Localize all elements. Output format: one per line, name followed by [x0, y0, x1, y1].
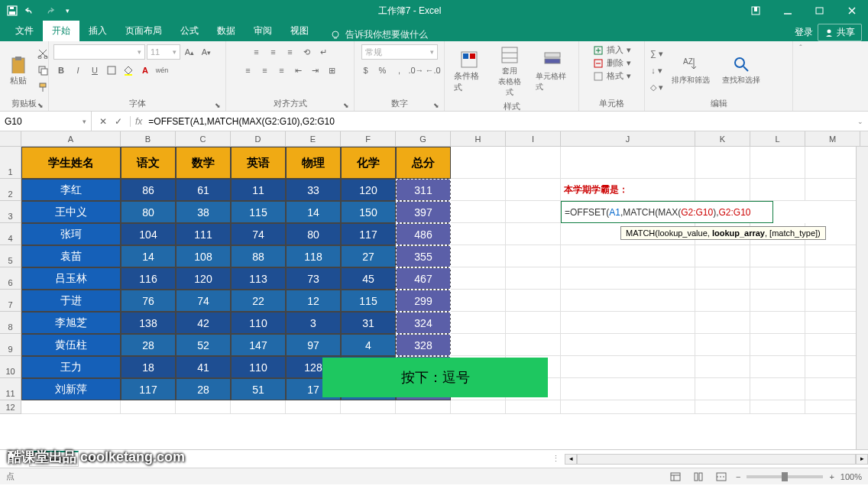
cell[interactable]: [506, 290, 561, 312]
cell[interactable]: 3: [286, 312, 341, 334]
cell[interactable]: 74: [231, 223, 286, 245]
cell-styles-button[interactable]: 单元格样式: [531, 50, 574, 94]
cell[interactable]: 12: [286, 290, 341, 312]
cell[interactable]: [805, 378, 860, 400]
col-header[interactable]: B: [121, 131, 176, 146]
cell[interactable]: 学生姓名: [21, 147, 121, 179]
cell[interactable]: [561, 356, 695, 378]
cell[interactable]: [121, 400, 176, 414]
collapse-ribbon-icon[interactable]: ˆ: [799, 44, 802, 53]
cell[interactable]: [750, 245, 805, 267]
name-box[interactable]: ▾: [0, 112, 92, 131]
row-header[interactable]: 6: [0, 267, 21, 290]
cell[interactable]: [21, 400, 121, 414]
cell[interactable]: [750, 267, 805, 290]
cell[interactable]: [561, 378, 695, 400]
cell[interactable]: [805, 267, 860, 290]
cell[interactable]: [805, 179, 860, 201]
cell[interactable]: 14: [286, 201, 341, 223]
cell[interactable]: [506, 179, 561, 201]
cell[interactable]: 52: [176, 334, 231, 356]
align-bot-icon[interactable]: ≡: [283, 44, 298, 60]
login-link[interactable]: 登录: [795, 26, 813, 39]
save-icon[interactable]: [6, 5, 18, 17]
cell[interactable]: 88: [231, 245, 286, 267]
cell[interactable]: [750, 290, 805, 312]
cell[interactable]: [451, 201, 506, 223]
cell[interactable]: [561, 400, 695, 414]
cell[interactable]: [506, 245, 561, 267]
zoom-out-button[interactable]: −: [736, 472, 740, 481]
cell[interactable]: [506, 147, 561, 179]
cell[interactable]: 28: [176, 378, 231, 400]
row-header[interactable]: 9: [0, 334, 21, 356]
cancel-formula-icon[interactable]: ✕: [99, 116, 107, 127]
cell[interactable]: 311: [396, 179, 451, 201]
cell[interactable]: 42: [176, 312, 231, 334]
format-cells-button[interactable]: 格式 ▾: [593, 70, 631, 82]
wrap-text-icon[interactable]: ↵: [316, 44, 332, 60]
italic-button[interactable]: I: [70, 63, 86, 78]
cell[interactable]: [561, 312, 695, 334]
cell[interactable]: [561, 267, 695, 290]
cell[interactable]: [451, 147, 506, 179]
cell[interactable]: 51: [231, 378, 286, 400]
cell[interactable]: 物理: [286, 147, 341, 179]
cell[interactable]: 4: [341, 334, 396, 356]
cell[interactable]: [750, 400, 805, 414]
cell[interactable]: 117: [121, 378, 176, 400]
indent-inc-icon[interactable]: ⇥: [308, 63, 323, 78]
col-header[interactable]: F: [341, 131, 396, 146]
row-header[interactable]: 2: [0, 179, 21, 201]
percent-icon[interactable]: %: [375, 63, 390, 78]
tab-home[interactable]: 开始: [43, 21, 79, 41]
tell-me[interactable]: 告诉我你想要做什么: [330, 28, 428, 41]
clipboard-launcher[interactable]: ⬊: [37, 102, 44, 109]
cell[interactable]: [561, 334, 695, 356]
cell[interactable]: 语文: [121, 147, 176, 179]
cell[interactable]: [451, 312, 506, 334]
cell[interactable]: 324: [396, 312, 451, 334]
cell[interactable]: 397: [396, 201, 451, 223]
tab-layout[interactable]: 页面布局: [116, 21, 171, 41]
cell[interactable]: 467: [396, 267, 451, 290]
align-launcher[interactable]: ⬊: [343, 102, 349, 109]
currency-icon[interactable]: $: [358, 63, 374, 78]
col-header[interactable]: M: [805, 131, 860, 146]
qat-more-icon[interactable]: ▾: [61, 5, 73, 17]
cell[interactable]: [750, 334, 805, 356]
cell[interactable]: 38: [176, 201, 231, 223]
cell[interactable]: [451, 400, 506, 414]
cell[interactable]: [695, 290, 750, 312]
tab-file[interactable]: 文件: [6, 21, 43, 41]
cell[interactable]: [506, 334, 561, 356]
normal-view-icon[interactable]: [667, 471, 684, 483]
col-header[interactable]: I: [506, 131, 561, 146]
cell[interactable]: 18: [121, 356, 176, 378]
cell[interactable]: [750, 147, 805, 179]
cell[interactable]: 英语: [231, 147, 286, 179]
cell[interactable]: [750, 312, 805, 334]
cell[interactable]: [396, 400, 451, 414]
cell[interactable]: [506, 201, 561, 223]
find-select-button[interactable]: 查找和选择: [717, 53, 765, 87]
cell[interactable]: 113: [231, 267, 286, 290]
row-header[interactable]: 4: [0, 223, 21, 245]
cell[interactable]: 数学: [176, 147, 231, 179]
cell[interactable]: 45: [341, 267, 396, 290]
sort-filter-button[interactable]: AZ排序和筛选: [667, 53, 714, 87]
cell[interactable]: 74: [176, 290, 231, 312]
cell[interactable]: 61: [176, 179, 231, 201]
redo-icon[interactable]: [43, 5, 55, 17]
cell[interactable]: 118: [286, 245, 341, 267]
align-right-icon[interactable]: ≡: [274, 63, 290, 78]
vertical-scrollbar[interactable]: [856, 147, 868, 449]
cell[interactable]: 111: [176, 223, 231, 245]
clear-icon[interactable]: ◇ ▾: [649, 79, 664, 95]
align-mid-icon[interactable]: ≡: [266, 44, 281, 60]
cell[interactable]: [805, 312, 860, 334]
cell[interactable]: [561, 245, 695, 267]
cell[interactable]: [506, 267, 561, 290]
increase-font-icon[interactable]: A▴: [182, 44, 197, 60]
decrease-font-icon[interactable]: A▾: [199, 44, 214, 60]
